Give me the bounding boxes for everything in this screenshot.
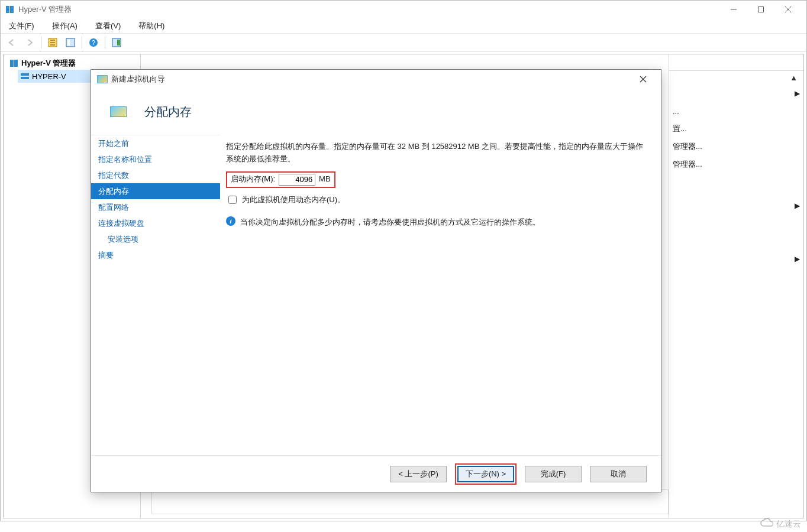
step-before-you-begin[interactable]: 开始之前 [91, 135, 220, 151]
finish-button[interactable]: 完成(F) [525, 466, 582, 482]
action-item[interactable]: ... [669, 102, 803, 120]
action-item[interactable]: 置... [669, 120, 803, 138]
step-summary[interactable]: 摘要 [91, 247, 220, 263]
wizard-heading: 分配内存 [144, 104, 192, 120]
info-text: 当你决定向虚拟机分配多少内存时，请考虑你要使用虚拟机的方式及它运行的操作系统。 [240, 216, 540, 229]
new-vm-wizard-dialog: 新建虚拟机向导 分配内存 开始之前 指定名称和位置 指定代数 分配内存 配置网络… [91, 69, 661, 492]
menu-action[interactable]: 操作(A) [50, 20, 80, 33]
dynamic-memory-label: 为此虚拟机使用动态内存(U)。 [242, 194, 345, 206]
show-hide-tree-button[interactable] [45, 35, 60, 50]
menubar: 文件(F) 操作(A) 查看(V) 帮助(H) [1, 18, 806, 34]
nav-back-button[interactable] [4, 35, 20, 50]
action-item[interactable]: ▶ [669, 197, 803, 215]
step-specify-generation[interactable]: 指定代数 [91, 167, 220, 183]
step-connect-vhd[interactable]: 连接虚拟硬盘 [91, 215, 220, 231]
menu-help[interactable]: 帮助(H) [136, 20, 167, 33]
properties-button[interactable] [63, 35, 78, 50]
info-icon: i [226, 216, 235, 226]
wizard-title-text: 新建虚拟机向导 [111, 74, 165, 85]
toolbar-separator [82, 37, 82, 48]
wizard-body: 开始之前 指定名称和位置 指定代数 分配内存 配置网络 连接虚拟硬盘 安装选项 … [91, 135, 661, 455]
watermark-text: 亿速云 [776, 519, 801, 530]
cancel-button[interactable]: 取消 [590, 466, 647, 482]
memory-unit: MB [319, 173, 331, 186]
next-button-highlight: 下一步(N) > [455, 463, 517, 485]
action-item[interactable]: 管理器... [669, 155, 803, 173]
wizard-banner: 分配内存 [91, 89, 661, 135]
svg-rect-14 [14, 60, 18, 67]
dynamic-memory-checkbox[interactable] [228, 196, 237, 204]
svg-text:?: ? [92, 40, 95, 46]
svg-rect-1 [10, 6, 14, 13]
nav-forward-button[interactable] [22, 35, 37, 50]
svg-rect-12 [117, 40, 120, 46]
server-icon [20, 72, 30, 81]
actions-header [669, 54, 803, 71]
dynamic-memory-row: 为此虚拟机使用动态内存(U)。 [226, 194, 648, 206]
svg-rect-13 [10, 60, 14, 67]
next-button[interactable]: 下一步(N) > [457, 466, 514, 482]
cloud-icon [760, 518, 774, 530]
tree-node-label: HYPER-V [32, 72, 66, 81]
wizard-banner-icon [110, 106, 127, 117]
toolbar: ? [1, 34, 806, 51]
app-icon [5, 5, 15, 14]
window-controls [720, 1, 802, 18]
svg-rect-8 [67, 40, 70, 46]
wizard-footer: < 上一步(P) 下一步(N) > 完成(F) 取消 [91, 455, 661, 492]
action-item[interactable]: 管理器... [669, 138, 803, 155]
wizard-content: 指定分配给此虚拟机的内存量。指定的内存量可在 32 MB 到 12582912 … [220, 135, 661, 455]
menu-file[interactable]: 文件(F) [7, 20, 37, 33]
close-button[interactable] [774, 1, 802, 18]
server-manager-icon [9, 59, 19, 68]
step-specify-name[interactable]: 指定名称和位置 [91, 151, 220, 167]
tree-root[interactable]: Hyper-V 管理器 [7, 57, 137, 70]
startup-memory-row: 启动内存(M): MB [226, 171, 335, 188]
actions-panel: ▲ ▶ ... 置... 管理器... 管理器... ▶ ▶ [669, 54, 803, 518]
maximize-button[interactable] [747, 1, 774, 18]
step-installation-options[interactable]: 安装选项 [91, 231, 220, 247]
svg-rect-0 [6, 6, 9, 13]
watermark: 亿速云 [760, 518, 801, 530]
memory-description: 指定分配给此虚拟机的内存量。指定的内存量可在 32 MB 到 12582912 … [226, 141, 648, 166]
toolbar-separator [41, 37, 41, 48]
menu-view[interactable]: 查看(V) [93, 20, 123, 33]
startup-memory-label: 启动内存(M): [231, 173, 275, 186]
svg-rect-16 [21, 77, 29, 79]
svg-rect-3 [758, 7, 764, 12]
wizard-icon [97, 75, 108, 83]
previous-button[interactable]: < 上一步(P) [390, 466, 447, 482]
actions-collapse-caret[interactable]: ▲ [669, 71, 803, 85]
wizard-steps-nav: 开始之前 指定名称和位置 指定代数 分配内存 配置网络 连接虚拟硬盘 安装选项 … [91, 135, 220, 455]
action-item[interactable]: ▶ [669, 85, 803, 102]
action-pane-button[interactable] [109, 35, 124, 50]
startup-memory-input[interactable] [279, 174, 315, 186]
app-title: Hyper-V 管理器 [18, 4, 72, 15]
action-item[interactable]: ▶ [669, 250, 803, 268]
svg-rect-15 [21, 73, 29, 76]
help-button[interactable]: ? [86, 35, 101, 50]
wizard-titlebar: 新建虚拟机向导 [91, 70, 661, 89]
details-pane [151, 489, 669, 514]
step-configure-networking[interactable]: 配置网络 [91, 199, 220, 215]
titlebar: Hyper-V 管理器 [1, 1, 806, 18]
info-row: i 当你决定向虚拟机分配多少内存时，请考虑你要使用虚拟机的方式及它运行的操作系统… [226, 216, 648, 229]
toolbar-separator [105, 37, 105, 48]
tree-root-label: Hyper-V 管理器 [21, 58, 76, 69]
wizard-close-button[interactable] [631, 71, 655, 87]
minimize-button[interactable] [720, 1, 747, 18]
step-assign-memory[interactable]: 分配内存 [91, 183, 220, 199]
